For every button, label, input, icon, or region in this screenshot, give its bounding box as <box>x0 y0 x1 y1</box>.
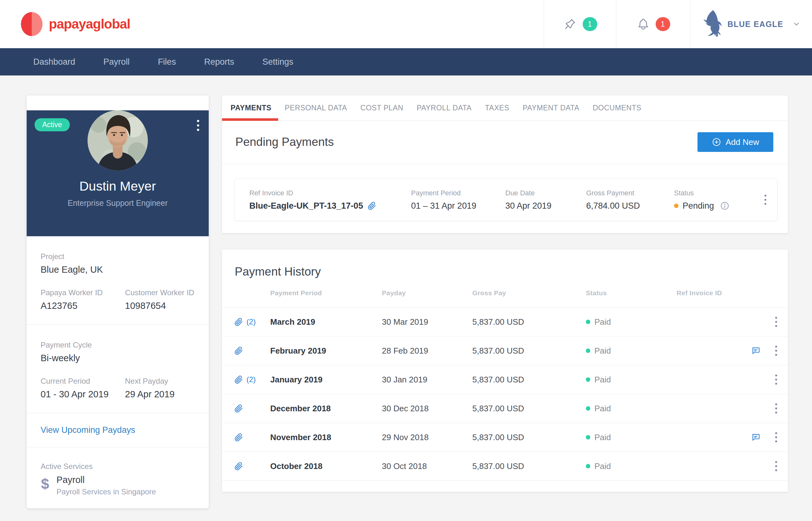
attachment-paperclip-icon[interactable] <box>234 346 243 355</box>
chevron-down-icon <box>792 20 800 28</box>
status-cell: Paid <box>586 461 677 471</box>
history-row-kebab-menu[interactable] <box>775 375 788 385</box>
attachment-paperclip-icon[interactable] <box>368 202 376 210</box>
notifications-button[interactable]: 1 <box>616 0 690 48</box>
payment-period-cell: February 2019 <box>270 346 382 356</box>
payment-history-row[interactable]: (2) March 2019 30 Mar 2019 5,837.00 USD … <box>222 308 788 336</box>
status-badge: Active <box>35 118 70 131</box>
page-content: Active <box>0 75 812 508</box>
payday-cell: 29 Nov 2018 <box>382 432 472 443</box>
history-row-kebab-menu[interactable] <box>775 317 788 327</box>
view-upcoming-paydays-link[interactable]: View Upcoming Paydays <box>41 425 135 435</box>
history-row-kebab-menu[interactable] <box>775 346 788 356</box>
pending-status-dot <box>674 204 678 208</box>
pin-count-badge: 1 <box>583 17 597 31</box>
payday-cell: 30 Mar 2019 <box>382 317 472 327</box>
main-nav: Dashboard Payroll Files Reports Settings <box>0 48 812 75</box>
gross-pay-cell: 5,837.00 USD <box>472 461 586 471</box>
gross-pay-cell: 5,837.00 USD <box>472 404 586 413</box>
pending-payments-header: Pending Payments Add New <box>222 121 788 164</box>
bell-icon <box>637 18 650 31</box>
payment-history-row[interactable]: (2) January 2019 30 Jan 2019 5,837.00 US… <box>222 365 788 394</box>
attachment-paperclip-icon[interactable] <box>234 404 243 413</box>
paid-status-dot <box>586 320 590 324</box>
tab-taxes[interactable]: TAXES <box>478 95 516 120</box>
attachment-count[interactable]: (2) <box>246 317 256 326</box>
avatar <box>88 110 148 171</box>
status-label: Status <box>674 189 764 197</box>
papaya-global-app: papayaglobal 1 1 <box>0 0 812 521</box>
payment-history-row[interactable]: November 2018 29 Nov 2018 5,837.00 USD P… <box>222 423 788 452</box>
employee-job-title: Enterprise Support Engineer <box>27 199 209 208</box>
kebab-icon <box>775 403 777 413</box>
project-section: Project Blue Eagle, UK Papaya Worker ID … <box>27 236 209 324</box>
due-date-label: Due Date <box>505 189 586 197</box>
paid-status-dot <box>586 348 590 353</box>
attachment-paperclip-icon[interactable] <box>234 376 243 384</box>
kebab-icon <box>775 375 777 385</box>
status-cell: Paid <box>586 317 677 327</box>
papaya-worker-id-label: Papaya Worker ID <box>41 288 125 297</box>
nav-item-files[interactable]: Files <box>158 57 176 67</box>
history-table-body: (2) March 2019 30 Mar 2019 5,837.00 USD … <box>222 308 788 481</box>
pinned-items-button[interactable]: 1 <box>544 0 616 48</box>
gross-payment-value: 6,784.00 USD <box>586 201 674 211</box>
gross-pay-cell: 5,837.00 USD <box>472 317 586 327</box>
status-text: Paid <box>594 404 611 413</box>
active-services-section: Active Services $ Payroll Payroll Servic… <box>27 447 209 508</box>
payment-period-cell: March 2019 <box>270 317 382 327</box>
nav-item-reports[interactable]: Reports <box>204 57 234 67</box>
comment-icon[interactable] <box>751 346 761 356</box>
customer-worker-id-label: Customer Worker ID <box>125 288 194 297</box>
status-cell: Paid <box>586 432 677 443</box>
comment-icon[interactable] <box>751 432 761 443</box>
next-payday-value: 29 Apr 2019 <box>125 389 175 400</box>
add-new-button[interactable]: Add New <box>698 132 773 152</box>
status-cell: Paid <box>586 346 677 356</box>
payday-cell: 30 Jan 2019 <box>382 375 472 385</box>
upcoming-paydays-section: View Upcoming Paydays <box>27 413 209 447</box>
service-description: Payroll Services in Singapore <box>57 488 156 496</box>
plus-circle-icon <box>712 137 721 147</box>
top-header: papayaglobal 1 1 <box>0 0 812 48</box>
history-row-kebab-menu[interactable] <box>775 403 788 413</box>
payment-period-label: Payment Period <box>411 189 505 197</box>
profile-kebab-menu[interactable] <box>196 119 200 132</box>
papayaglobal-logo: papayaglobal <box>0 0 544 48</box>
attachment-paperclip-icon[interactable] <box>234 318 243 326</box>
service-name: Payroll <box>57 475 156 485</box>
payment-history-panel: Payment History Payment Period Payday Gr… <box>222 250 788 492</box>
history-row-kebab-menu[interactable] <box>775 432 788 443</box>
payment-history-row[interactable]: December 2018 30 Dec 2018 5,837.00 USD P… <box>222 394 788 423</box>
attachment-paperclip-icon[interactable] <box>234 433 243 442</box>
status-text: Paid <box>594 375 611 385</box>
payment-history-row[interactable]: October 2018 30 Oct 2018 5,837.00 USD Pa… <box>222 452 788 481</box>
project-label: Project <box>41 252 195 261</box>
due-date-value: 30 Apr 2019 <box>505 201 586 211</box>
account-menu[interactable]: BLUE EAGLE <box>690 0 812 48</box>
payment-period-cell: October 2018 <box>270 461 382 471</box>
tab-payroll-data[interactable]: PAYROLL DATA <box>410 95 478 120</box>
main-column: PAYMENTS PERSONAL DATA COST PLAN PAYROLL… <box>222 95 788 492</box>
kebab-icon <box>775 346 777 356</box>
nav-item-payroll[interactable]: Payroll <box>104 57 130 67</box>
pending-payment-row[interactable]: Ref Invoice ID Blue-Eagle-UK_PT-13_17-05 <box>234 179 777 221</box>
payment-cycle-section: Payment Cycle Bi-weekly Current Period 0… <box>27 324 209 413</box>
tab-payment-data[interactable]: PAYMENT DATA <box>516 95 586 120</box>
history-table-header: Payment Period Payday Gross Pay Status R… <box>222 279 788 308</box>
payment-history-row[interactable]: February 2019 28 Feb 2019 5,837.00 USD P… <box>222 336 788 365</box>
history-row-kebab-menu[interactable] <box>775 461 788 471</box>
papaya-logo-text: papayaglobal <box>49 17 130 32</box>
pending-row-kebab-menu[interactable] <box>764 195 766 205</box>
nav-item-settings[interactable]: Settings <box>262 57 293 67</box>
attachment-count[interactable]: (2) <box>246 375 256 384</box>
tab-personal-data[interactable]: PERSONAL DATA <box>278 95 354 120</box>
info-icon[interactable] <box>720 201 729 210</box>
payday-cell: 30 Dec 2018 <box>382 404 472 413</box>
tab-documents[interactable]: DOCUMENTS <box>586 95 648 120</box>
pending-payments-body: Ref Invoice ID Blue-Eagle-UK_PT-13_17-05 <box>222 164 788 233</box>
nav-item-dashboard[interactable]: Dashboard <box>33 57 75 67</box>
tab-cost-plan[interactable]: COST PLAN <box>354 95 410 120</box>
attachment-paperclip-icon[interactable] <box>234 462 243 471</box>
tab-payments[interactable]: PAYMENTS <box>222 95 278 120</box>
